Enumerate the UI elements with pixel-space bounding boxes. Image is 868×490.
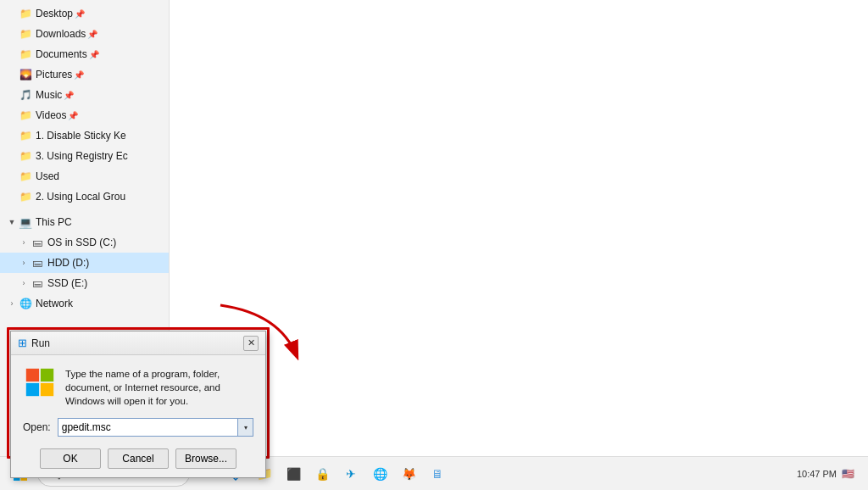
chevron-icon: [7, 151, 17, 161]
chevron-icon: [7, 110, 17, 120]
tray-corner-icon[interactable]: 🇺🇸: [842, 468, 854, 480]
chevron-icon: [7, 171, 17, 181]
pin-icon: 📌: [75, 9, 85, 19]
chevron-icon: [7, 70, 17, 80]
open-input[interactable]: [58, 419, 237, 436]
ok-button[interactable]: OK: [40, 448, 101, 469]
taskbar-icon-firefox[interactable]: 🦊: [395, 460, 422, 487]
svg-rect-1: [26, 369, 39, 381]
sidebar-item-local-group[interactable]: 📁 2. Using Local Grou: [0, 187, 169, 207]
folder-icon: 🎵: [19, 88, 32, 102]
sidebar-item-documents[interactable]: 📁 Documents 📌: [0, 44, 169, 64]
sidebar-item-downloads[interactable]: 📁 Downloads 📌: [0, 24, 169, 44]
sidebar-item-label: SSD (E:): [47, 277, 87, 289]
taskbar-icon-2[interactable]: 🔒: [309, 460, 336, 487]
pin-icon: 📌: [89, 50, 99, 59]
svg-rect-4: [41, 383, 53, 396]
dialog-description: Type the name of a program, folder, docu…: [65, 365, 253, 408]
pin-icon: 📌: [74, 70, 84, 80]
sidebar-item-this-pc[interactable]: ▼ 💻 This PC: [0, 212, 169, 232]
sidebar-item-label: OS in SSD (C:): [47, 237, 116, 248]
folder-icon: 📁: [19, 7, 32, 20]
chevron-icon: ›: [19, 278, 29, 288]
chevron-icon: ›: [19, 258, 29, 268]
sidebar-item-ssd-e[interactable]: › 🖴 SSD (E:): [0, 273, 169, 293]
folder-icon: 📁: [19, 47, 32, 61]
chevron-icon: [7, 131, 17, 141]
open-dropdown[interactable]: ▾: [58, 418, 253, 437]
sidebar-item-hdd-d[interactable]: › 🖴 HDD (D:): [0, 253, 169, 273]
sidebar-item-label: Downloads: [36, 28, 86, 40]
drive-icon: 🖴: [31, 256, 44, 270]
folder-icon: 📁: [19, 190, 32, 203]
svg-rect-2: [41, 369, 53, 381]
dialog-content: Type the name of a program, folder, docu…: [23, 365, 253, 408]
folder-icon: 🌄: [19, 68, 32, 81]
taskbar-icon-edge[interactable]: 🌐: [366, 460, 393, 487]
dropdown-arrow-icon[interactable]: ▾: [237, 419, 253, 436]
system-tray: 10:47 PM 🇺🇸: [797, 468, 861, 480]
chevron-icon: [7, 49, 17, 59]
chevron-icon: [7, 8, 17, 19]
chevron-icon: ›: [7, 298, 17, 309]
sidebar-item-videos[interactable]: 📁 Videos 📌: [0, 105, 169, 125]
pin-icon: 📌: [64, 91, 74, 100]
folder-icon: 📁: [19, 170, 32, 183]
chevron-icon: [7, 90, 17, 100]
sidebar-item-label: Desktop: [36, 8, 73, 19]
taskbar-icon-1[interactable]: ⬛: [280, 460, 307, 487]
sidebar-item-label: Music: [36, 89, 62, 101]
chevron-icon: ›: [19, 237, 29, 248]
drive-icon: 🖴: [31, 236, 44, 249]
pin-icon: 📌: [87, 30, 97, 39]
sidebar-item-network[interactable]: › 🌐 Network: [0, 293, 169, 314]
run-windows-icon: ⊞: [18, 337, 27, 349]
dialog-title-text: Run: [31, 337, 50, 349]
drive-icon: 🖴: [31, 276, 44, 290]
sidebar-item-label: Network: [36, 298, 73, 309]
chevron-icon: [7, 29, 17, 39]
sidebar-item-label: Videos: [36, 109, 66, 121]
expand-chevron: ▼: [7, 217, 17, 227]
sidebar-item-label: Used: [36, 170, 59, 182]
sidebar-item-label: This PC: [36, 216, 72, 228]
sidebar-item-label: HDD (D:): [47, 257, 89, 269]
sidebar-item-music[interactable]: 🎵 Music 📌: [0, 85, 169, 105]
content-area: [170, 0, 868, 458]
cancel-button[interactable]: Cancel: [108, 448, 169, 469]
browse-button[interactable]: Browse...: [175, 448, 236, 469]
sidebar-item-label: Documents: [36, 48, 87, 60]
taskbar-icon-telegram[interactable]: ✈: [337, 460, 364, 487]
sidebar-item-label: 3. Using Registry Ec: [36, 150, 128, 162]
folder-icon: 📁: [19, 149, 32, 163]
taskbar-icon-monitor[interactable]: 🖥: [424, 460, 451, 487]
sidebar-item-os-c[interactable]: › 🖴 OS in SSD (C:): [0, 232, 169, 253]
dialog-titlebar: ⊞ Run ✕: [11, 331, 265, 355]
pc-icon: 💻: [19, 215, 32, 229]
folder-icon: 📁: [19, 27, 32, 41]
dialog-close-button[interactable]: ✕: [243, 336, 259, 351]
sidebar-item-desktop[interactable]: 📁 Desktop 📌: [0, 3, 169, 24]
sidebar-item-label: 2. Using Local Grou: [36, 191, 125, 203]
sidebar-item-disable-sticky[interactable]: 📁 1. Disable Sticky Ke: [0, 125, 169, 146]
pin-icon: 📌: [68, 111, 78, 120]
open-label: Open:: [23, 421, 51, 433]
folder-icon: 📁: [19, 109, 32, 122]
run-icon: [23, 365, 57, 399]
sidebar-item-label: 1. Disable Sticky Ke: [36, 130, 126, 142]
dialog-title-area: ⊞ Run: [18, 337, 50, 349]
folder-icon: 📁: [19, 129, 32, 142]
sidebar-item-used[interactable]: 📁 Used: [0, 166, 169, 187]
network-icon: 🌐: [19, 297, 32, 310]
sidebar-item-pictures[interactable]: 🌄 Pictures 📌: [0, 64, 169, 85]
sidebar-item-label: Pictures: [36, 69, 72, 81]
svg-rect-3: [26, 383, 39, 396]
dialog-buttons: OK Cancel Browse...: [23, 448, 253, 469]
open-row: Open: ▾: [23, 418, 253, 437]
run-dialog: ⊞ Run ✕ Type the name of a program, fold…: [10, 331, 266, 478]
time-display: 10:47 PM: [797, 469, 837, 479]
sidebar-item-registry[interactable]: 📁 3. Using Registry Ec: [0, 146, 169, 166]
chevron-icon: [7, 192, 17, 202]
dialog-body: Type the name of a program, folder, docu…: [11, 355, 265, 477]
